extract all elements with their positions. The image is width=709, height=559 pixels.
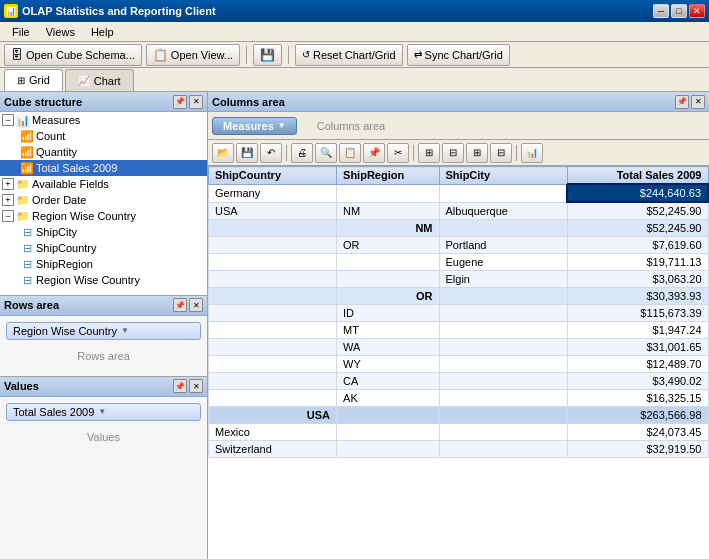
expand-available-fields[interactable]: + <box>2 178 14 190</box>
tree-ship-city-label: ShipCity <box>36 226 77 238</box>
values-area-panel: Values 📌 ✕ Total Sales 2009 ▼ Values <box>0 377 207 560</box>
menu-file[interactable]: File <box>4 24 38 40</box>
table-row[interactable]: Eugene$19,711.13 <box>209 254 709 271</box>
tree-region-wise-country[interactable]: − 📁 Region Wise Country <box>0 208 207 224</box>
table-row[interactable]: Switzerland$32,919.50 <box>209 441 709 458</box>
title-bar-text: OLAP Statistics and Reporting Client <box>22 5 216 17</box>
table-row[interactable]: Mexico$24,073.45 <box>209 424 709 441</box>
cell-value: $12,489.70 <box>567 356 708 373</box>
tree-measures[interactable]: − 📊 Measures <box>0 112 207 128</box>
measures-tab-dropdown[interactable]: ▼ <box>278 121 286 130</box>
close-button[interactable]: ✕ <box>689 4 705 18</box>
menu-help[interactable]: Help <box>83 24 122 40</box>
header-ship-country[interactable]: ShipCountry <box>209 167 337 185</box>
rows-content: Region Wise Country ▼ Rows area <box>0 316 207 376</box>
grid-chart-button[interactable]: 📊 <box>521 143 543 163</box>
grid-print-button[interactable]: 🖨 <box>291 143 313 163</box>
table-row[interactable]: WY$12,489.70 <box>209 356 709 373</box>
data-grid[interactable]: ShipCountry ShipRegion ShipCity Total Sa… <box>208 166 709 559</box>
table-row[interactable]: ORPortland$7,619.60 <box>209 237 709 254</box>
ship-country-icon: ⊟ <box>20 241 34 255</box>
rows-pin-button[interactable]: 📌 <box>173 298 187 312</box>
values-chip-dropdown[interactable]: ▼ <box>98 407 106 416</box>
expand-order-date[interactable]: + <box>2 194 14 206</box>
close-panel-button[interactable]: ✕ <box>189 95 203 109</box>
grid-collapse-button[interactable]: ⊟ <box>442 143 464 163</box>
rows-drop-placeholder: Rows area <box>4 342 203 370</box>
cell-region: CA <box>337 373 439 390</box>
rows-close-button[interactable]: ✕ <box>189 298 203 312</box>
tree-count[interactable]: 📶 Count <box>0 128 207 144</box>
expand-region-wise[interactable]: − <box>2 210 14 222</box>
col-close-button[interactable]: ✕ <box>691 95 705 109</box>
grid-collapse-all-button[interactable]: ⊟ <box>490 143 512 163</box>
app-icon: 📊 <box>4 4 18 18</box>
menu-views[interactable]: Views <box>38 24 83 40</box>
grid-table: ShipCountry ShipRegion ShipCity Total Sa… <box>208 166 709 458</box>
grid-undo-button[interactable]: ↶ <box>260 143 282 163</box>
reset-chart-grid-button[interactable]: ↺ Reset Chart/Grid <box>295 44 403 66</box>
grid-open-button[interactable]: 📂 <box>212 143 234 163</box>
cell-city <box>439 390 567 407</box>
tree-region-wise-country-child[interactable]: ⊟ Region Wise Country <box>0 272 207 288</box>
cell-value: $7,619.60 <box>567 237 708 254</box>
tree-available-fields[interactable]: + 📁 Available Fields <box>0 176 207 192</box>
order-date-icon: 📁 <box>16 193 30 207</box>
table-row[interactable]: WA$31,001.65 <box>209 339 709 356</box>
tree-total-sales[interactable]: 📶 Total Sales 2009 <box>0 160 207 176</box>
header-total-sales[interactable]: Total Sales 2009 <box>567 167 708 185</box>
open-cube-schema-button[interactable]: 🗄 Open Cube Schema... <box>4 44 142 66</box>
grid-icon: ⊞ <box>17 75 25 86</box>
cell-value: $52,245.90 <box>567 202 708 220</box>
col-pin-button[interactable]: 📌 <box>675 95 689 109</box>
grid-copy-button[interactable]: 📋 <box>339 143 361 163</box>
measures-tab[interactable]: Measures ▼ <box>212 117 297 135</box>
table-row[interactable]: USANMAlbuquerque$52,245.90 <box>209 202 709 220</box>
tree-ship-country[interactable]: ⊟ ShipCountry <box>0 240 207 256</box>
values-close-button[interactable]: ✕ <box>189 379 203 393</box>
table-row[interactable]: CA$3,490.02 <box>209 373 709 390</box>
grid-preview-button[interactable]: 🔍 <box>315 143 337 163</box>
grid-expand-all-button[interactable]: ⊞ <box>466 143 488 163</box>
grid-tb-sep3 <box>516 145 517 161</box>
table-row[interactable]: Elgin$3,063.20 <box>209 271 709 288</box>
values-pin-button[interactable]: 📌 <box>173 379 187 393</box>
grid-expand-button[interactable]: ⊞ <box>418 143 440 163</box>
pin-button[interactable]: 📌 <box>173 95 187 109</box>
cube-structure-tree[interactable]: − 📊 Measures 📶 Count 📶 Quantity 📶 Total … <box>0 112 207 296</box>
tree-measures-label: Measures <box>32 114 80 126</box>
grid-paste-button[interactable]: 📌 <box>363 143 385 163</box>
table-row[interactable]: ID$115,673.39 <box>209 305 709 322</box>
values-drop-placeholder: Values <box>4 423 203 451</box>
tree-order-date[interactable]: + 📁 Order Date <box>0 192 207 208</box>
tab-grid[interactable]: ⊞ Grid <box>4 69 63 91</box>
title-bar-left: 📊 OLAP Statistics and Reporting Client <box>4 4 216 18</box>
rows-chip[interactable]: Region Wise Country ▼ <box>6 322 201 340</box>
tree-quantity[interactable]: 📶 Quantity <box>0 144 207 160</box>
table-row[interactable]: MT$1,947.24 <box>209 322 709 339</box>
values-chip[interactable]: Total Sales 2009 ▼ <box>6 403 201 421</box>
maximize-button[interactable]: □ <box>671 4 687 18</box>
region-wise-country-child-icon: ⊟ <box>20 273 34 287</box>
header-ship-city[interactable]: ShipCity <box>439 167 567 185</box>
table-row[interactable]: NM$52,245.90 <box>209 220 709 237</box>
sync-chart-grid-button[interactable]: ⇄ Sync Chart/Grid <box>407 44 510 66</box>
tree-ship-city[interactable]: ⊟ ShipCity <box>0 224 207 240</box>
table-row[interactable]: USA$263,566.98 <box>209 407 709 424</box>
minimize-button[interactable]: ─ <box>653 4 669 18</box>
open-view-button[interactable]: 📋 Open View... <box>146 44 240 66</box>
tab-chart[interactable]: 📈 Chart <box>65 69 134 91</box>
grid-save-button[interactable]: 💾 <box>236 143 258 163</box>
header-ship-region[interactable]: ShipRegion <box>337 167 439 185</box>
cell-city <box>439 373 567 390</box>
rows-chip-dropdown[interactable]: ▼ <box>121 326 129 335</box>
table-row[interactable]: Germany$244,640.63 <box>209 184 709 202</box>
expand-measures[interactable]: − <box>2 114 14 126</box>
table-row[interactable]: AK$16,325.15 <box>209 390 709 407</box>
grid-toolbar: 📂 💾 ↶ 🖨 🔍 📋 📌 ✂ ⊞ ⊟ ⊞ ⊟ 📊 <box>208 140 709 166</box>
grid-cut-button[interactable]: ✂ <box>387 143 409 163</box>
cell-value: $52,245.90 <box>567 220 708 237</box>
save-button[interactable]: 💾 <box>253 44 282 66</box>
tree-ship-region[interactable]: ⊟ ShipRegion <box>0 256 207 272</box>
table-row[interactable]: OR$30,393.93 <box>209 288 709 305</box>
